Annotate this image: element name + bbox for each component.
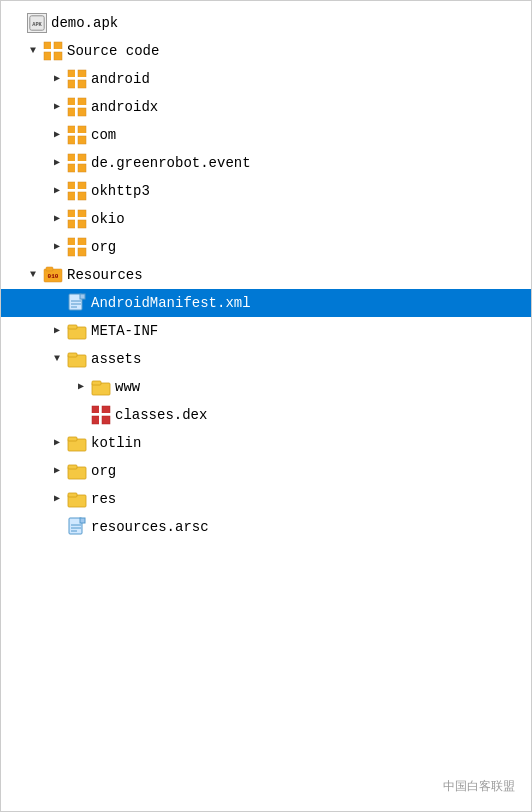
okhttp3-arrow[interactable] (49, 183, 65, 199)
svg-rect-29 (78, 164, 86, 172)
kotlin-icon (67, 433, 87, 453)
xml-icon (67, 293, 87, 313)
tree-item-www[interactable]: www (1, 373, 531, 401)
svg-rect-34 (68, 192, 76, 200)
resources-arsc-icon (67, 517, 87, 537)
resources-icon: 010 (43, 265, 63, 285)
de-greenrobot-arrow[interactable] (49, 155, 65, 171)
svg-rect-41 (78, 220, 86, 228)
org-res-arrow[interactable] (49, 463, 65, 479)
svg-rect-15 (78, 98, 86, 106)
androidmanifest-label: AndroidManifest.xml (91, 296, 251, 310)
dex-icon (91, 405, 111, 425)
org-source-label: org (91, 240, 116, 254)
svg-rect-8 (68, 70, 76, 78)
www-arrow[interactable] (73, 379, 89, 395)
svg-rect-54 (80, 294, 85, 299)
svg-rect-64 (92, 406, 100, 414)
kotlin-label: kotlin (91, 436, 141, 450)
svg-rect-63 (92, 381, 101, 385)
com-arrow[interactable] (49, 127, 65, 143)
watermark: 中国白客联盟 (443, 778, 515, 795)
svg-rect-38 (68, 210, 76, 218)
res-arrow[interactable] (49, 491, 65, 507)
svg-rect-45 (78, 238, 86, 246)
okhttp3-label: okhttp3 (91, 184, 150, 198)
tree-item-de-greenrobot[interactable]: de.greenrobot.event (1, 149, 531, 177)
apk-icon: APK (27, 13, 47, 33)
tree-item-android[interactable]: android (1, 65, 531, 93)
svg-rect-44 (68, 238, 76, 246)
androidx-arrow[interactable] (49, 99, 65, 115)
svg-rect-21 (78, 126, 86, 134)
svg-rect-51 (46, 267, 53, 271)
svg-rect-16 (68, 108, 76, 116)
svg-rect-35 (78, 192, 86, 200)
tree-item-okio[interactable]: okio (1, 205, 531, 233)
svg-rect-20 (68, 126, 76, 134)
com-label: com (91, 128, 116, 142)
kotlin-arrow[interactable] (49, 435, 65, 451)
assets-icon (67, 349, 87, 369)
svg-rect-10 (68, 80, 76, 88)
tree-item-source-code[interactable]: Source code (1, 37, 531, 65)
svg-rect-23 (78, 136, 86, 144)
meta-inf-arrow[interactable] (49, 323, 65, 339)
root-label: demo.apk (51, 16, 118, 30)
svg-rect-40 (68, 220, 76, 228)
tree-item-com[interactable]: com (1, 121, 531, 149)
org-res-label: org (91, 464, 116, 478)
android-arrow[interactable] (49, 71, 65, 87)
res-icon (67, 489, 87, 509)
svg-rect-59 (68, 325, 77, 329)
svg-rect-71 (68, 437, 77, 441)
svg-rect-75 (68, 493, 77, 497)
source-code-arrow[interactable] (25, 43, 41, 59)
okio-arrow[interactable] (49, 211, 65, 227)
source-code-label: Source code (67, 44, 159, 58)
svg-rect-2 (44, 42, 52, 50)
okio-label: okio (91, 212, 125, 226)
res-label: res (91, 492, 116, 506)
tree-item-kotlin[interactable]: kotlin (1, 429, 531, 457)
assets-label: assets (91, 352, 141, 366)
svg-rect-4 (44, 52, 52, 60)
okhttp3-icon (67, 181, 87, 201)
tree-item-resources[interactable]: 010 Resources (1, 261, 531, 289)
assets-arrow[interactable] (49, 351, 65, 367)
tree-root[interactable]: APK demo.apk (1, 9, 531, 37)
svg-rect-77 (80, 518, 85, 523)
svg-rect-65 (102, 406, 110, 414)
svg-rect-22 (68, 136, 76, 144)
tree-item-resources-arsc[interactable]: resources.arsc (1, 513, 531, 541)
tree-item-classes-dex[interactable]: classes.dex (1, 401, 531, 429)
androidx-icon (67, 97, 87, 117)
svg-rect-39 (78, 210, 86, 218)
tree-item-org-res[interactable]: org (1, 457, 531, 485)
file-tree: APK demo.apk Source code (0, 0, 532, 812)
tree-item-okhttp3[interactable]: okhttp3 (1, 177, 531, 205)
tree-item-androidx[interactable]: androidx (1, 93, 531, 121)
www-label: www (115, 380, 140, 394)
tree-item-meta-inf[interactable]: META-INF (1, 317, 531, 345)
tree-item-androidmanifest[interactable]: AndroidManifest.xml (1, 289, 531, 317)
package-icon (43, 41, 63, 61)
classes-dex-label: classes.dex (115, 408, 207, 422)
svg-rect-32 (68, 182, 76, 190)
android-label: android (91, 72, 150, 86)
org-source-icon (67, 237, 87, 257)
svg-rect-66 (92, 416, 100, 424)
svg-rect-3 (54, 42, 62, 50)
svg-rect-17 (78, 108, 86, 116)
svg-rect-27 (78, 154, 86, 162)
tree-item-org-source[interactable]: org (1, 233, 531, 261)
svg-rect-46 (68, 248, 76, 256)
svg-rect-28 (68, 164, 76, 172)
svg-rect-47 (78, 248, 86, 256)
svg-rect-73 (68, 465, 77, 469)
resources-arrow[interactable] (25, 267, 41, 283)
org-source-arrow[interactable] (49, 239, 65, 255)
tree-item-assets[interactable]: assets (1, 345, 531, 373)
tree-item-res[interactable]: res (1, 485, 531, 513)
www-icon (91, 377, 111, 397)
